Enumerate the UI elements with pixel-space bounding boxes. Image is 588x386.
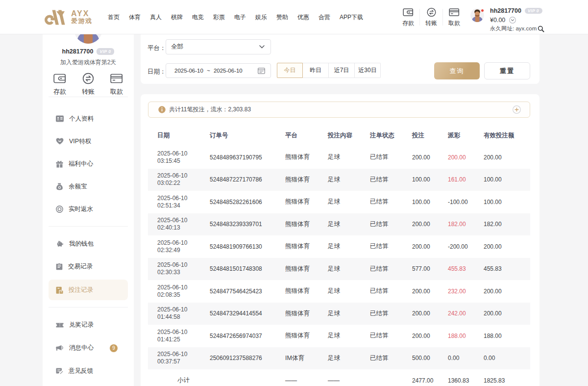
sidebar-item-messages[interactable]: 消息中心 9 <box>49 336 128 360</box>
cell-status: 已结算 <box>370 325 412 347</box>
nav-item-3[interactable]: 棋牌 <box>171 13 183 22</box>
sidebar-item-transactions[interactable]: 交易记录 <box>49 255 128 278</box>
table-row: 2025-06-1002:30:335248481501748308熊猫体育足球… <box>148 258 530 281</box>
cell-bet: 200.00 <box>412 325 448 347</box>
sidebar-item-prizes[interactable]: 兑奖记录 <box>49 313 128 336</box>
column-header-3: 投注内容 <box>328 125 370 146</box>
search-button[interactable]: 查询 <box>434 62 480 79</box>
cell-platform: 熊猫体育 <box>285 146 328 169</box>
cell-content: 足球 <box>328 347 370 370</box>
sidebar-item-label: VIP特权 <box>69 137 91 146</box>
header-withdraw-button[interactable]: 取款 <box>443 7 466 27</box>
sidebar-item-yuebao[interactable]: 余额宝 <box>49 175 128 198</box>
cell-payout: 161.00 <box>448 169 484 191</box>
sidebar-transfer-label: 转账 <box>82 87 95 96</box>
cell-platform: 熊猫体育 <box>285 258 328 281</box>
cell-status: 已结算 <box>370 191 412 213</box>
subtotal-bet: 2477.00 <box>412 369 448 386</box>
sidebar-item-label: 我的钱包 <box>69 240 94 248</box>
platform-select[interactable]: 全部 <box>166 39 271 54</box>
table-row: 2025-06-1003:15:455248489637190795熊猫体育足球… <box>148 146 530 169</box>
cell-date: 2025-06-1002:40:13 <box>148 213 210 236</box>
expand-icon[interactable] <box>513 105 521 114</box>
notification-dot <box>481 9 484 12</box>
range-7days-button[interactable]: 近7日 <box>329 63 355 78</box>
nav-item-5[interactable]: 彩票 <box>213 13 225 22</box>
subtotal-dash: —— <box>328 369 370 386</box>
date-range-input[interactable]: 2025-06-10 ~ 2025-06-10 <box>166 63 271 78</box>
info-icon <box>158 106 166 113</box>
cell-content: 足球 <box>328 303 370 325</box>
header-avatar[interactable] <box>470 8 484 22</box>
gift-icon <box>56 160 63 168</box>
nav-item-11[interactable]: APP下载 <box>340 13 363 22</box>
cell-status: 已结算 <box>370 169 412 191</box>
search-icon[interactable] <box>538 26 544 32</box>
records-table: 日期订单号平台投注内容注单状态投注派彩有效投注额 2025-06-1003:15… <box>148 125 530 386</box>
sidebar-item-label: 余额宝 <box>69 182 87 191</box>
table-row: 2025-06-1000:37:572506091237588276IM体育足球… <box>148 347 530 370</box>
sidebar-item-label: 投注记录 <box>69 286 93 294</box>
cell-bet: 200.00 <box>412 213 448 236</box>
sidebar-menu-group-1: 个人资料 VIP特权 福利中心 余额宝 <box>49 107 128 220</box>
header-transfer-button[interactable]: 转账 <box>420 7 442 27</box>
range-30days-button[interactable]: 近30日 <box>355 63 381 78</box>
nav-item-9[interactable]: 优惠 <box>297 13 309 22</box>
date-range-value: 2025-06-10 ~ 2025-06-10 <box>174 68 258 74</box>
cell-bet: 577.00 <box>412 258 448 281</box>
cell-order: 5248487227170786 <box>210 169 285 191</box>
sidebar-item-welfare[interactable]: 福利中心 <box>49 153 128 175</box>
header-vip-badge: VIP 0 <box>525 8 542 14</box>
cell-bet: 200.00 <box>412 146 448 169</box>
nav-item-4[interactable]: 电竞 <box>192 13 204 22</box>
records-table-body: 2025-06-1003:15:455248489637190795熊猫体育足球… <box>148 146 530 386</box>
cell-valid: 200.00 <box>484 235 530 258</box>
platform-filter-label: 平台： <box>147 44 166 52</box>
cell-content: 足球 <box>328 235 370 258</box>
column-header-2: 平台 <box>285 125 328 146</box>
nav-item-7[interactable]: 娱乐 <box>255 13 267 22</box>
brand-logo[interactable]: AYX 爱游戏 <box>45 9 93 25</box>
records-table-head: 日期订单号平台投注内容注单状态投注派彩有效投注额 <box>148 125 530 146</box>
sidebar-item-wallet[interactable]: 我的钱包 <box>49 232 128 255</box>
sidebar-item-profile[interactable]: 个人资料 <box>49 107 128 130</box>
cell-status: 已结算 <box>370 146 412 169</box>
sidebar-divider-2 <box>49 226 128 227</box>
cell-payout: 242.00 <box>448 303 484 325</box>
sidebar-item-vip[interactable]: VIP特权 <box>49 130 128 153</box>
ticket-icon <box>56 322 64 328</box>
sidebar-withdraw-button[interactable]: 取款 <box>108 73 125 96</box>
nav-item-2[interactable]: 真人 <box>150 13 162 22</box>
nav-item-8[interactable]: 赞助 <box>276 13 288 22</box>
cell-valid: 455.83 <box>484 258 530 281</box>
sidebar-item-bet-records[interactable]: 投注记录 <box>49 280 128 300</box>
nav-item-6[interactable]: 电子 <box>234 13 246 22</box>
table-row: 2025-06-1002:08:355248477546425423熊猫体育足球… <box>148 280 530 303</box>
nav-item-1[interactable]: 体育 <box>129 13 141 22</box>
sidebar-deposit-button[interactable]: 存款 <box>51 73 68 96</box>
balance-dropdown-icon[interactable] <box>509 17 516 24</box>
cell-order: 5248472656974037 <box>210 325 285 347</box>
cell-order: 5248483239339701 <box>210 213 285 236</box>
cell-status: 已结算 <box>370 258 412 281</box>
column-header-1: 订单号 <box>210 125 285 146</box>
header-transfer-label: 转账 <box>425 19 437 27</box>
range-yesterday-button[interactable]: 昨日 <box>303 63 329 78</box>
bet-record-icon <box>56 286 63 294</box>
reset-button[interactable]: 重置 <box>484 62 530 79</box>
nav-item-10[interactable]: 合营 <box>318 13 330 22</box>
sidebar-item-rebate[interactable]: 实时返水 <box>49 198 128 220</box>
nav-item-0[interactable]: 首页 <box>108 13 120 22</box>
sidebar-item-label: 实时返水 <box>69 205 93 213</box>
range-today-button[interactable]: 今日 <box>277 63 303 78</box>
table-row: 2025-06-1002:40:135248483239339701熊猫体育足球… <box>148 213 530 236</box>
sidebar-item-feedback[interactable]: 意见反馈 <box>49 360 128 383</box>
main-nav: 首页体育真人棋牌电竞彩票电子娱乐赞助优惠合营APP下载 <box>108 0 363 34</box>
sidebar-transfer-button[interactable]: 转账 <box>80 73 97 96</box>
cell-valid: 200.00 <box>484 280 530 303</box>
cell-date: 2025-06-1000:37:57 <box>148 347 210 370</box>
cell-valid: 100.00 <box>484 169 530 191</box>
header-deposit-button[interactable]: 存款 <box>397 7 419 27</box>
cell-bet: 200.00 <box>412 235 448 258</box>
sidebar-menu-group-2: 我的钱包 交易记录 投注记录 <box>49 232 128 300</box>
